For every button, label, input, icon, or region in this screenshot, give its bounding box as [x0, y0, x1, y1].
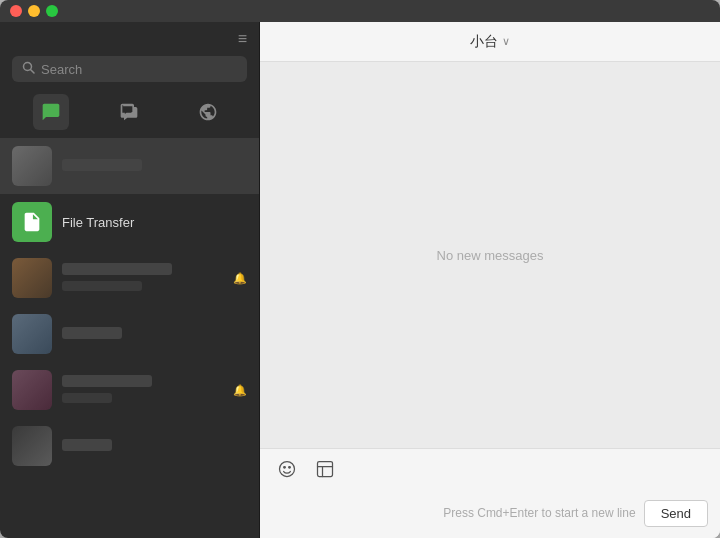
- chat-title: 小台: [470, 33, 498, 51]
- chat-preview: [62, 280, 233, 294]
- svg-point-2: [280, 461, 295, 476]
- sidebar-header: ≡: [0, 22, 259, 56]
- minimize-button[interactable]: [28, 5, 40, 17]
- chat-item[interactable]: [0, 138, 259, 194]
- chat-info: [62, 375, 233, 406]
- chat-info: [62, 327, 247, 342]
- chat-item[interactable]: 🔔: [0, 362, 259, 418]
- chat-name: [62, 375, 233, 390]
- chat-input-area: Press Cmd+Enter to start a new line Send: [260, 488, 720, 538]
- search-bar[interactable]: [12, 56, 247, 82]
- chat-item[interactable]: File Transfer: [0, 194, 259, 250]
- svg-point-3: [284, 466, 286, 468]
- file-button[interactable]: [310, 454, 340, 484]
- redacted-name: [62, 263, 172, 275]
- chevron-down-icon: ∨: [502, 35, 510, 48]
- tab-contacts[interactable]: [111, 94, 147, 130]
- avatar: [12, 146, 52, 186]
- close-button[interactable]: [10, 5, 22, 17]
- chat-info: [62, 263, 233, 294]
- no-messages-label: No new messages: [437, 248, 544, 263]
- chat-hint: Press Cmd+Enter to start a new line: [272, 506, 636, 520]
- chat-item[interactable]: [0, 306, 259, 362]
- send-button[interactable]: Send: [644, 500, 708, 527]
- avatar: [12, 314, 52, 354]
- chat-name: [62, 439, 247, 454]
- chat-name: File Transfer: [62, 215, 247, 230]
- app-window: ≡: [0, 0, 720, 538]
- mute-icon: 🔔: [233, 272, 247, 285]
- chat-name: [62, 159, 247, 174]
- svg-line-1: [31, 70, 35, 74]
- chat-messages: No new messages: [260, 62, 720, 448]
- chat-name: [62, 263, 233, 278]
- search-input[interactable]: [41, 62, 237, 77]
- sidebar: ≡: [0, 22, 260, 538]
- maximize-button[interactable]: [46, 5, 58, 17]
- chat-toolbar: [260, 448, 720, 488]
- avatar: [12, 258, 52, 298]
- redacted-name: [62, 327, 122, 339]
- chat-panel: 小台 ∨ No new messages: [260, 22, 720, 538]
- chat-list: File Transfer 🔔: [0, 138, 259, 538]
- redacted-preview: [62, 281, 142, 291]
- traffic-lights: [10, 5, 58, 17]
- chat-info: [62, 439, 247, 454]
- chat-name: [62, 327, 247, 342]
- chat-info: File Transfer: [62, 215, 247, 230]
- redacted-name: [62, 375, 152, 387]
- menu-icon[interactable]: ≡: [238, 30, 247, 48]
- main-layout: ≡: [0, 22, 720, 538]
- redacted-name: [62, 439, 112, 451]
- avatar: [12, 426, 52, 466]
- avatar: [12, 202, 52, 242]
- svg-point-4: [289, 466, 291, 468]
- titlebar: [0, 0, 720, 22]
- chat-preview: [62, 392, 233, 406]
- avatar: [12, 370, 52, 410]
- sidebar-tabs: [0, 90, 259, 138]
- chat-info: [62, 159, 247, 174]
- chat-item[interactable]: 🔔: [0, 250, 259, 306]
- emoji-button[interactable]: [272, 454, 302, 484]
- chat-item[interactable]: [0, 418, 259, 474]
- tab-discover[interactable]: [190, 94, 226, 130]
- svg-rect-5: [318, 461, 333, 476]
- redacted-name: [62, 159, 142, 171]
- chat-meta: 🔔: [233, 384, 247, 397]
- chat-meta: 🔔: [233, 272, 247, 285]
- chat-header: 小台 ∨: [260, 22, 720, 62]
- mute-icon: 🔔: [233, 384, 247, 397]
- redacted-preview: [62, 393, 112, 403]
- tab-chats[interactable]: [33, 94, 69, 130]
- search-icon: [22, 61, 35, 77]
